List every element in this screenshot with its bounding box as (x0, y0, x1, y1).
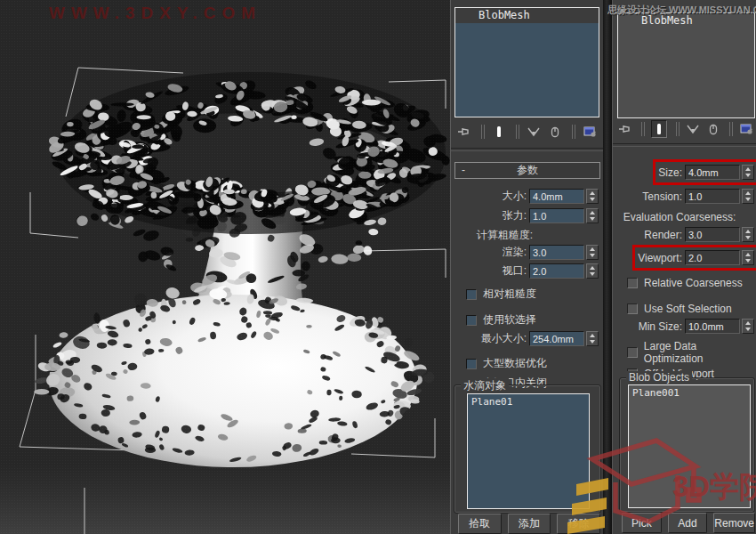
min-size-row-en: Min Size: (613, 319, 756, 334)
viewport-highlight-box: Viewport: (638, 250, 754, 265)
modifier-stack-item-blobmesh[interactable]: BlobMesh (618, 13, 754, 28)
render-row-en: Render: (613, 227, 756, 242)
tension-input[interactable] (529, 208, 584, 223)
checkbox[interactable] (627, 347, 638, 358)
viewport-row-cn: 视口: (451, 263, 604, 279)
modifier-stack-cn[interactable]: BlobMesh (454, 7, 599, 117)
modifier-stack-toolbar-en (618, 118, 753, 140)
viewport-input[interactable] (529, 263, 584, 279)
blob-objects-group-cn: 水滴对象 Plane01 (454, 384, 601, 514)
perspective-viewport[interactable]: WWW.3DXY.COM (0, 0, 450, 534)
remove-button[interactable]: Remove (713, 513, 755, 533)
3dsmax-window: WWW.3DXY.COM BlobMesh (0, 0, 756, 534)
tension-spinner[interactable] (742, 189, 754, 204)
size-label: 大小: (503, 189, 527, 204)
checkbox-label: Relative Coarseness (644, 277, 743, 289)
size-input[interactable] (685, 165, 740, 180)
render-input[interactable] (685, 227, 740, 242)
toolbar-separator (676, 122, 677, 136)
use-soft-selection-check-cn[interactable]: 使用软选择 (451, 313, 604, 327)
checkbox-label: 相对粗糙度 (483, 287, 536, 302)
tension-label: 张力: (503, 208, 527, 223)
relative-coarseness-check-en[interactable]: Relative Coarseness (613, 276, 756, 289)
checkbox[interactable] (466, 315, 477, 326)
modifier-stack-en[interactable]: BlobMesh (617, 12, 755, 118)
coarseness-heading-cn: 计算粗糙度: (451, 229, 604, 241)
toolbar-separator (729, 122, 730, 136)
command-panel-en: BlobMesh Si (612, 0, 756, 534)
size-label: Size: (658, 166, 682, 179)
show-end-result-icon[interactable] (491, 124, 507, 140)
make-unique-icon[interactable] (686, 121, 700, 137)
configure-modifier-sets-icon[interactable] (582, 124, 598, 140)
list-item[interactable]: Plane001 (632, 387, 746, 399)
toolbar-separator (516, 125, 517, 139)
add-button[interactable]: 添加 (508, 514, 551, 534)
checkbox-label: 大型数据优化 (483, 356, 547, 371)
tension-input[interactable] (685, 189, 740, 204)
viewport-floor (0, 465, 450, 534)
render-label: 渲染: (503, 245, 527, 260)
panel-divider (451, 148, 604, 151)
checkbox[interactable] (466, 289, 477, 300)
command-panel-cn: BlobMesh - 参数 (450, 0, 604, 534)
pick-button[interactable]: 拾取 (458, 514, 502, 534)
remove-modifier-icon[interactable] (706, 121, 720, 137)
parameters-en: Size: Tension: Evaluation Coarseness: Re… (613, 157, 756, 380)
coarseness-heading-en: Evaluation Coarseness: (613, 211, 756, 223)
viewport-spinner[interactable] (742, 250, 754, 265)
configure-modifier-sets-icon[interactable] (739, 121, 753, 137)
min-size-input[interactable] (685, 319, 740, 334)
viewport-label: Viewport: (638, 252, 682, 264)
blob-objects-list-en[interactable]: Plane001 (628, 384, 751, 508)
blobmesh-splash-object (0, 0, 450, 534)
blob-objects-list-cn[interactable]: Plane01 (467, 393, 590, 509)
tension-row-cn: 张力: (451, 208, 604, 223)
tension-spinner[interactable] (586, 208, 599, 223)
large-data-check-cn[interactable]: 大型数据优化 (451, 357, 604, 370)
checkbox-label: Use Soft Selection (644, 303, 732, 315)
size-spinner[interactable] (742, 165, 754, 180)
size-row-en: Size: (613, 165, 756, 180)
remove-modifier-icon[interactable] (547, 124, 563, 140)
use-soft-selection-check-en[interactable]: Use Soft Selection (613, 302, 756, 315)
viewport-input[interactable] (685, 250, 740, 265)
size-row-cn: 大小: (451, 189, 604, 204)
panel-seam (603, 0, 612, 534)
viewport-spinner[interactable] (586, 263, 599, 279)
modifier-stack-item-blobmesh[interactable]: BlobMesh (455, 8, 599, 23)
blob-buttons-en: Pick Add Remove (622, 513, 755, 533)
render-spinner[interactable] (742, 227, 754, 242)
pin-stack-icon[interactable] (618, 121, 632, 137)
splash-mesh (34, 77, 450, 467)
modifier-stack-toolbar-cn (456, 121, 600, 142)
remove-button[interactable]: 移除 (557, 514, 600, 534)
toolbar-separator (572, 125, 573, 139)
checkbox[interactable] (627, 278, 638, 288)
add-button[interactable]: Add (668, 513, 708, 533)
pin-stack-icon[interactable] (456, 124, 472, 140)
min-size-spinner[interactable] (742, 319, 754, 334)
size-input[interactable] (529, 189, 584, 204)
min-size-spinner[interactable] (586, 331, 599, 346)
min-size-row-cn: 最小大小: (451, 331, 604, 346)
show-end-result-icon[interactable] (651, 120, 667, 138)
parameters-rollout-header-cn[interactable]: - 参数 (454, 162, 600, 179)
checkbox[interactable] (466, 359, 477, 369)
size-highlight-box: Size: (658, 165, 754, 180)
panel-divider (613, 143, 756, 147)
make-unique-icon[interactable] (526, 124, 542, 140)
pick-button[interactable]: Pick (622, 513, 662, 533)
render-spinner[interactable] (586, 245, 599, 260)
min-size-input[interactable] (529, 331, 584, 346)
size-spinner[interactable] (586, 189, 599, 204)
toolbar-separator (481, 125, 482, 139)
viewport-row-en: Viewport: (613, 250, 756, 265)
render-input[interactable] (529, 245, 584, 260)
min-size-label: Min Size: (639, 320, 682, 333)
list-item[interactable]: Plane01 (471, 396, 585, 408)
checkbox[interactable] (627, 303, 638, 314)
relative-coarseness-check-cn[interactable]: 相对粗糙度 (451, 287, 604, 301)
large-data-check-en[interactable]: Large Data Optimization (613, 345, 756, 359)
group-title: 水滴对象 (461, 378, 509, 393)
